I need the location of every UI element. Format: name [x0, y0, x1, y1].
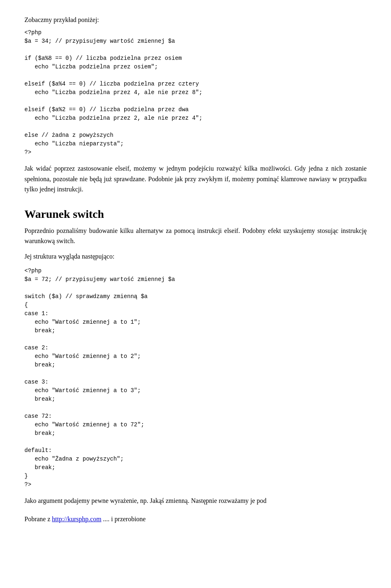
paragraph-2: Poprzednio poznaliśmy budowanie kilku al… — [24, 226, 367, 246]
footer-text: Pobrane z http://kursphp.com .... i prze… — [24, 516, 367, 523]
footer-link[interactable]: http://kursphp.com — [52, 516, 101, 522]
footer-prefix: Pobrane z — [24, 516, 52, 522]
footer-suffix: .... i przerobione — [101, 516, 146, 522]
paragraph-4: Jako argument podajemy pewne wyrażenie, … — [24, 496, 367, 506]
paragraph-3: Jej struktura wygląda następująco: — [24, 251, 367, 262]
section-title-switch: Warunek switch — [24, 208, 367, 221]
code-block-2: <?php $a = 72; // przypisujemy wartość z… — [24, 267, 367, 489]
paragraph-1: Jak widać poprzez zastosowanie elseif, m… — [24, 163, 367, 195]
intro-label: Zobaczmy przykład poniżej: — [24, 16, 367, 24]
code-block-1: <?php $a = 34; // przypisujemy wartość z… — [24, 29, 367, 157]
